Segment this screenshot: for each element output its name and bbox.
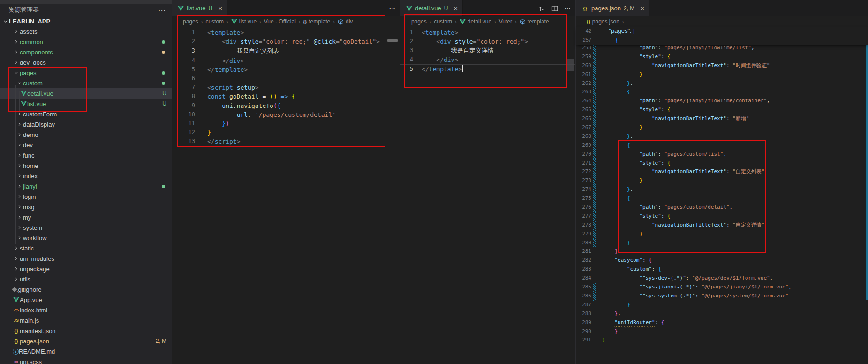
tree-item-jianyi[interactable]: jianyi xyxy=(0,181,172,191)
code-line[interactable]: 260 "navigationBarTitleText": "时间组件验证" xyxy=(576,61,868,70)
code-line[interactable]: 2 <div style="color: red;" @click="goDet… xyxy=(172,37,400,46)
breadcrumb-item[interactable]: pages xyxy=(183,18,198,25)
tree-item-msg[interactable]: msg xyxy=(0,202,172,212)
code-line[interactable]: 274 }, xyxy=(576,185,868,194)
explorer-more-icon[interactable]: ··· xyxy=(159,7,166,14)
tree-item-utils[interactable]: utils xyxy=(0,274,172,284)
code-line[interactable]: 278 "navigationBarTitleText": "自定义详情" xyxy=(576,221,868,230)
breadcrumb-item[interactable]: div xyxy=(338,18,353,25)
tab-list-vue[interactable]: list.vueU× xyxy=(172,0,227,16)
tree-item-uni-modules[interactable]: uni_modules xyxy=(0,253,172,264)
tree-item-workflow[interactable]: workflow xyxy=(0,233,172,243)
code-line[interactable]: 276 "path": "pages/custom/detail", xyxy=(576,203,868,212)
tree-item-uni-scss[interactable]: ∞uni.scss xyxy=(0,356,172,364)
code-line[interactable]: 264 "path": "pages/jianyi/flowTime/conta… xyxy=(576,97,868,106)
minimap-slider[interactable] xyxy=(566,59,574,71)
tree-item-static[interactable]: static xyxy=(0,243,172,253)
tree-item-system[interactable]: system xyxy=(0,222,172,233)
tree-item-customForm[interactable]: customForm xyxy=(0,109,172,119)
tree-item-dev[interactable]: dev xyxy=(0,140,172,150)
code-line[interactable]: 263 { xyxy=(576,88,868,97)
code-line[interactable]: 257 { xyxy=(576,36,868,45)
breadcrumb-item[interactable]: Vuter xyxy=(499,18,512,25)
code-line[interactable]: 7<script setup> xyxy=(172,83,400,92)
code-line[interactable]: 266 "navigationBarTitleText": "新增" xyxy=(576,114,868,123)
code-line[interactable]: 284 "^sys-dev-(.*)": "@/pages/dev/$1/for… xyxy=(576,274,868,283)
tree-item-pages[interactable]: pages xyxy=(0,68,172,78)
code-line[interactable]: 279 } xyxy=(576,230,868,239)
code-editor-pages-json[interactable]: 258 "path": "pages/jianyi/flowTime/list"… xyxy=(576,27,868,345)
tree-item-pages-json[interactable]: {}pages.json2, M xyxy=(0,336,172,346)
tree-item-manifest-json[interactable]: {}manifest.json xyxy=(0,326,172,336)
code-line[interactable]: 285 "^sys-jianyi-(.*)": "@/pages/jianyi/… xyxy=(576,283,868,292)
diff-icon[interactable] xyxy=(538,5,545,12)
breadcrumb-item[interactable]: template xyxy=(520,18,549,25)
breadcrumb-item[interactable]: pages xyxy=(411,18,427,25)
tree-item-func[interactable]: func xyxy=(0,150,172,160)
code-line[interactable]: 281 ], xyxy=(576,247,868,256)
code-line[interactable]: 6 xyxy=(172,74,400,83)
code-line[interactable]: 271 "style": { xyxy=(576,159,868,168)
code-line[interactable]: 290 } xyxy=(576,327,868,336)
tab-pages-json[interactable]: {}pages.json2, M× xyxy=(576,0,649,16)
tree-item-list-vue[interactable]: list.vueU xyxy=(0,99,172,109)
tree-item-index-html[interactable]: <>index.html xyxy=(0,305,172,315)
close-icon[interactable]: × xyxy=(453,4,458,12)
tree-item-login[interactable]: login xyxy=(0,191,172,202)
tree-item-README-md[interactable]: iREADME.md xyxy=(0,346,172,356)
code-line[interactable]: 273 } xyxy=(576,176,868,185)
code-line[interactable]: 283 "custom": { xyxy=(576,265,868,274)
code-line[interactable]: 4 </div> xyxy=(400,55,575,64)
code-line[interactable]: 5</template> xyxy=(172,65,400,74)
tree-item-main-js[interactable]: JSmain.js xyxy=(0,315,172,326)
code-line[interactable]: 3 我是自定义列表 xyxy=(172,46,400,56)
code-line[interactable]: 277 "style": { xyxy=(576,212,868,221)
tree-item-index[interactable]: index xyxy=(0,171,172,181)
tree-item-detail-vue[interactable]: detail.vueU xyxy=(0,88,172,99)
code-line[interactable]: 9 uni.navigateTo({ xyxy=(172,101,400,110)
code-line[interactable]: 270 "path": "pages/custom/list", xyxy=(576,150,868,159)
code-line[interactable]: 258 "path": "pages/jianyi/flowTime/list"… xyxy=(576,44,868,53)
code-line[interactable]: 268 }, xyxy=(576,132,868,141)
code-line[interactable]: 275 { xyxy=(576,194,868,203)
code-line[interactable]: 1<template> xyxy=(400,28,575,37)
tab-detail-vue[interactable]: detail.vueU× xyxy=(400,0,463,16)
code-editor-list-vue[interactable]: 1<template>2 <div style="color: red;" @c… xyxy=(172,27,400,146)
tree-item-components[interactable]: components xyxy=(0,47,172,57)
code-line[interactable]: 2 <div style="color: red;"> xyxy=(400,37,575,46)
breadcrumb-item[interactable]: detail.vue xyxy=(460,18,491,25)
code-line[interactable]: 3 我是自定义详情 xyxy=(400,46,575,55)
minimap-slider[interactable] xyxy=(387,39,398,42)
code-line[interactable]: 267 } xyxy=(576,123,868,132)
code-line[interactable]: 291} xyxy=(576,336,868,345)
tree-item-home[interactable]: home xyxy=(0,160,172,171)
code-line[interactable]: 287 } xyxy=(576,301,868,310)
code-line[interactable]: 289 "uniIdRouter": { xyxy=(576,318,868,327)
breadcrumb-item[interactable]: custom xyxy=(205,18,224,25)
tree-item-dev-docs[interactable]: dev_docs xyxy=(0,57,172,68)
code-line[interactable]: 282 "easycom": { xyxy=(576,256,868,265)
breadcrumb-item[interactable]: Vue - Official xyxy=(264,18,296,25)
code-line[interactable]: 269 { xyxy=(576,141,868,150)
code-line[interactable]: 259 "style": { xyxy=(576,53,868,61)
tree-item-dataDisplay[interactable]: dataDisplay xyxy=(0,119,172,129)
code-line[interactable]: 5</template> xyxy=(400,64,575,74)
close-icon[interactable]: × xyxy=(640,4,644,12)
code-line[interactable]: 42 "pages": [ xyxy=(576,27,868,36)
code-line[interactable]: 265 "style": { xyxy=(576,106,868,114)
code-line[interactable]: 13</script> xyxy=(172,137,400,146)
breadcrumb-item[interactable]: custom xyxy=(434,18,452,25)
code-line[interactable]: 261 } xyxy=(576,70,868,79)
more-actions-icon[interactable]: ··· xyxy=(565,5,571,12)
tree-item-unpackage[interactable]: unpackage xyxy=(0,264,172,274)
tree-item-assets[interactable]: assets xyxy=(0,26,172,37)
code-line[interactable]: 10 url: '/pages/custom/detail' xyxy=(172,110,400,119)
code-line[interactable]: 4 </div> xyxy=(172,56,400,65)
close-icon[interactable]: × xyxy=(218,4,222,12)
tree-item-App-vue[interactable]: App.vue xyxy=(0,295,172,305)
split-icon[interactable] xyxy=(551,5,558,12)
project-root-row[interactable]: LEARUN_APP xyxy=(0,16,172,26)
tree-item-my[interactable]: my xyxy=(0,212,172,222)
tree-item-demo[interactable]: demo xyxy=(0,129,172,140)
tree-item-common[interactable]: common xyxy=(0,37,172,47)
